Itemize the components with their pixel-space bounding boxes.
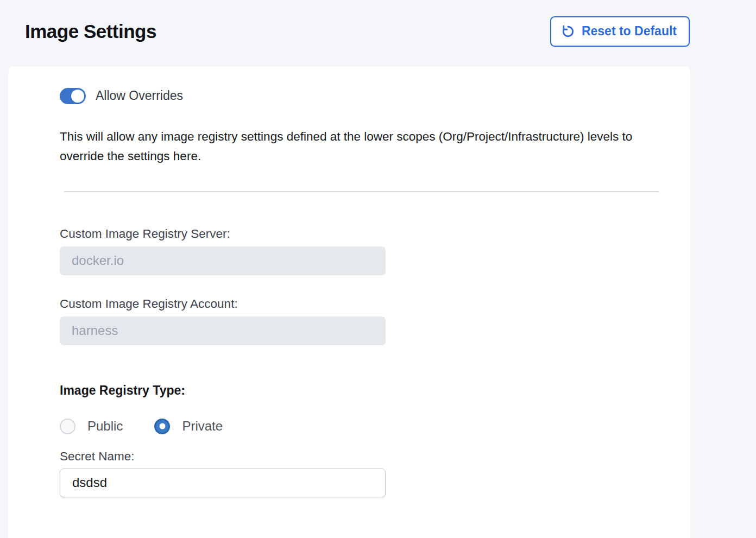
allow-overrides-toggle[interactable] [60,88,86,104]
allow-overrides-label: Allow Overrides [96,88,183,103]
image-settings-card: Allow Overrides This will allow any imag… [8,66,690,538]
registry-account-field: Custom Image Registry Account: [60,297,659,345]
overrides-description: This will allow any image registry setti… [60,127,659,166]
allow-overrides-row: Allow Overrides [60,88,659,104]
radio-private-label: Private [182,419,223,434]
registry-server-input [60,246,386,275]
page-header: Image Settings Reset to Default [0,0,756,47]
secret-name-label: Secret Name: [60,450,659,464]
registry-server-field: Custom Image Registry Server: [60,227,659,275]
secret-name-input[interactable] [60,469,386,497]
reset-to-default-button[interactable]: Reset to Default [550,16,690,47]
section-divider [64,191,659,192]
radio-public-label: Public [87,419,123,434]
registry-account-input [60,317,386,345]
registry-server-label: Custom Image Registry Server: [60,227,659,241]
radio-option-private[interactable]: Private [154,419,223,434]
registry-type-options: Public Private [60,419,659,434]
reset-button-label: Reset to Default [582,24,677,39]
reset-icon [561,24,575,39]
radio-option-public[interactable]: Public [60,419,123,434]
toggle-knob [71,90,84,103]
registry-type-label: Image Registry Type: [60,383,659,398]
secret-name-field: Secret Name: [60,450,659,497]
radio-public-circle [60,419,75,434]
radio-private-circle [154,419,170,434]
page-title: Image Settings [25,21,156,42]
registry-account-label: Custom Image Registry Account: [60,297,659,311]
